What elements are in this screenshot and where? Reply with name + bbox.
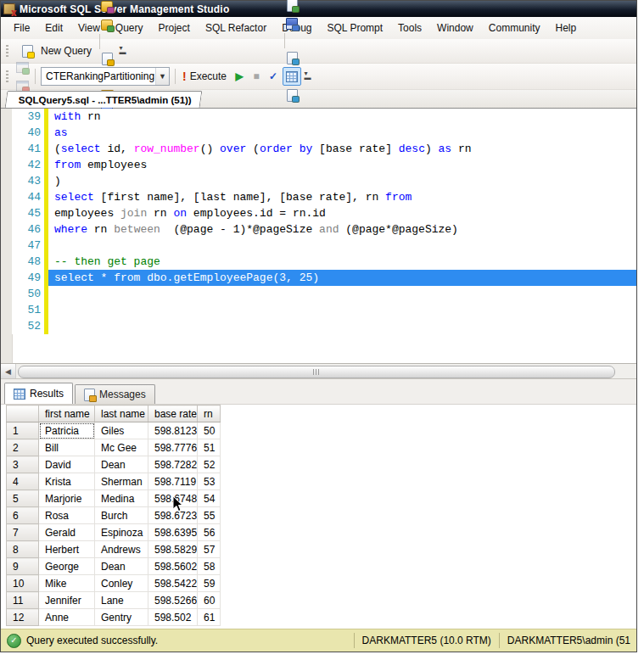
menu-file[interactable]: File bbox=[6, 20, 37, 36]
grid-cell[interactable]: 51 bbox=[198, 439, 221, 456]
sql-code-editor[interactable]: 39with rn40as41(select id, row_number() … bbox=[1, 109, 636, 364]
grid-cell[interactable]: 56 bbox=[198, 524, 221, 541]
grid-cell[interactable]: Krista bbox=[39, 473, 95, 490]
grid-cell[interactable]: 61 bbox=[198, 609, 221, 626]
new-analysis-dmx-query-icon[interactable] bbox=[98, 0, 116, 15]
scrollbar-thumb[interactable] bbox=[18, 366, 615, 378]
menu-edit[interactable]: Edit bbox=[37, 20, 70, 36]
row-header[interactable]: 11 bbox=[7, 592, 39, 609]
grid-cell[interactable]: Jennifer bbox=[39, 592, 95, 609]
grid-cell[interactable]: 50 bbox=[198, 422, 221, 439]
column-header-base-rate[interactable]: base rate bbox=[148, 406, 198, 422]
menu-window[interactable]: Window bbox=[429, 20, 481, 36]
results-grid[interactable]: first namelast namebase ratern1PatriciaG… bbox=[6, 405, 221, 626]
grid-cell[interactable]: 598.5266 bbox=[148, 592, 198, 609]
grid-cell[interactable]: 598.5422 bbox=[148, 575, 198, 592]
grid-cell[interactable]: Herbert bbox=[39, 541, 95, 558]
code-line-44[interactable]: 44select [first name], [last name], [bas… bbox=[1, 189, 636, 205]
code-line-52[interactable]: 52 bbox=[1, 318, 636, 334]
code-line-51[interactable]: 51 bbox=[1, 302, 636, 318]
debug-button[interactable]: ▶ bbox=[231, 70, 248, 82]
row-header[interactable]: 12 bbox=[7, 609, 39, 626]
grid-cell[interactable]: Sherman bbox=[95, 473, 148, 490]
grid-cell[interactable]: 54 bbox=[198, 490, 221, 507]
results-to-file-icon[interactable] bbox=[283, 86, 301, 104]
row-header[interactable]: 10 bbox=[7, 575, 39, 592]
grid-cell[interactable]: 53 bbox=[198, 473, 221, 490]
grid-cell[interactable]: 57 bbox=[198, 541, 221, 558]
code-line-50[interactable]: 50 bbox=[1, 286, 636, 302]
toolbar-grip[interactable] bbox=[5, 44, 9, 58]
grid-cell[interactable]: Dean bbox=[95, 558, 148, 575]
grid-cell[interactable]: Gerald bbox=[39, 524, 95, 541]
grid-corner-header[interactable] bbox=[7, 406, 39, 422]
grid-cell[interactable]: 598.8123 bbox=[148, 422, 198, 439]
grid-cell[interactable]: 598.502 bbox=[148, 609, 198, 626]
grid-cell[interactable]: Espinoza bbox=[95, 524, 148, 541]
grid-cell[interactable]: Andrews bbox=[95, 541, 148, 558]
grid-cell[interactable]: 598.7776 bbox=[148, 439, 198, 456]
new-compact-query-icon[interactable] bbox=[98, 49, 116, 68]
code-line-42[interactable]: 42from employees bbox=[1, 157, 636, 173]
row-header[interactable]: 7 bbox=[7, 524, 39, 541]
scroll-left-icon[interactable]: ◀ bbox=[1, 364, 16, 378]
row-header[interactable]: 8 bbox=[7, 541, 39, 558]
grid-cell[interactable]: Patricia bbox=[39, 422, 95, 439]
grid-cell[interactable]: Giles bbox=[95, 422, 148, 439]
row-header[interactable]: 3 bbox=[7, 456, 39, 473]
combobox-dropdown-icon[interactable]: ▼ bbox=[155, 68, 169, 85]
row-header[interactable]: 2 bbox=[7, 439, 39, 456]
new-analysis-xmla-query-icon[interactable] bbox=[98, 15, 116, 34]
editor-horizontal-scrollbar[interactable]: ◀ bbox=[1, 364, 636, 379]
column-header-rn[interactable]: rn bbox=[198, 406, 221, 422]
grid-cell[interactable]: George bbox=[39, 558, 95, 575]
row-header[interactable]: 9 bbox=[7, 558, 39, 575]
row-header[interactable]: 5 bbox=[7, 490, 39, 507]
grid-cell[interactable]: Lane bbox=[95, 592, 148, 609]
row-header[interactable]: 1 bbox=[7, 422, 39, 439]
menu-sql-refactor[interactable]: SQL Refactor bbox=[198, 20, 274, 36]
grid-cell[interactable]: Conley bbox=[95, 575, 148, 592]
code-line-43[interactable]: 43) bbox=[1, 173, 636, 189]
toolbar-overflow-button[interactable]: ▾▬ bbox=[118, 43, 127, 59]
code-line-47[interactable]: 47 bbox=[1, 238, 636, 254]
grid-cell[interactable]: Dean bbox=[95, 456, 148, 473]
grid-cell[interactable]: 598.7119 bbox=[148, 473, 198, 490]
grid-cell[interactable]: 598.7282 bbox=[148, 456, 198, 473]
results-to-grid-icon[interactable] bbox=[283, 67, 301, 86]
grid-cell[interactable]: 58 bbox=[198, 558, 221, 575]
grid-cell[interactable]: Mike bbox=[39, 575, 95, 592]
grid-cell[interactable]: Mc Gee bbox=[95, 439, 148, 456]
grid-cell[interactable]: 598.6723 bbox=[148, 507, 198, 524]
execute-button[interactable]: ! Execute bbox=[178, 69, 231, 84]
menu-community[interactable]: Community bbox=[481, 20, 548, 36]
grid-cell[interactable]: 598.6395 bbox=[148, 524, 198, 541]
tab-messages[interactable]: Messages bbox=[75, 384, 155, 404]
grid-cell[interactable]: Burch bbox=[95, 507, 148, 524]
column-header-first-name[interactable]: first name bbox=[39, 406, 95, 422]
code-line-49[interactable]: 49select * from dbo.getEmployeePage(3, 2… bbox=[1, 270, 636, 286]
grid-cell[interactable]: 60 bbox=[198, 592, 221, 609]
grid-cell[interactable]: Bill bbox=[39, 439, 95, 456]
grid-cell[interactable]: 598.6748 bbox=[148, 490, 198, 507]
grid-cell[interactable]: Rosa bbox=[39, 507, 95, 524]
grid-cell[interactable]: Marjorie bbox=[39, 490, 95, 507]
grid-cell[interactable]: 59 bbox=[198, 575, 221, 592]
scrollbar-track[interactable] bbox=[16, 364, 636, 378]
code-line-41[interactable]: 41(select id, row_number() over (order b… bbox=[1, 141, 636, 157]
grid-cell[interactable]: David bbox=[39, 456, 95, 473]
menu-help[interactable]: Help bbox=[547, 20, 584, 36]
menu-tools[interactable]: Tools bbox=[390, 20, 429, 36]
toolbar-overflow-button[interactable]: ▾▬ bbox=[303, 69, 312, 84]
sqlcmd-mode-icon[interactable] bbox=[283, 14, 301, 33]
grid-cell[interactable]: 598.5829 bbox=[148, 541, 198, 558]
parse-button[interactable]: ✓ bbox=[265, 70, 282, 82]
menu-sql-prompt[interactable]: SQL Prompt bbox=[320, 20, 391, 36]
grid-cell[interactable]: Medina bbox=[95, 490, 148, 507]
code-line-46[interactable]: 46where rn between (@page - 1)*@pageSize… bbox=[1, 221, 636, 238]
tab-results[interactable]: Results bbox=[4, 383, 73, 404]
grid-cell[interactable]: Anne bbox=[39, 609, 95, 626]
results-to-text-icon[interactable] bbox=[283, 48, 301, 67]
row-header[interactable]: 6 bbox=[7, 507, 39, 524]
column-header-last-name[interactable]: last name bbox=[95, 406, 148, 422]
